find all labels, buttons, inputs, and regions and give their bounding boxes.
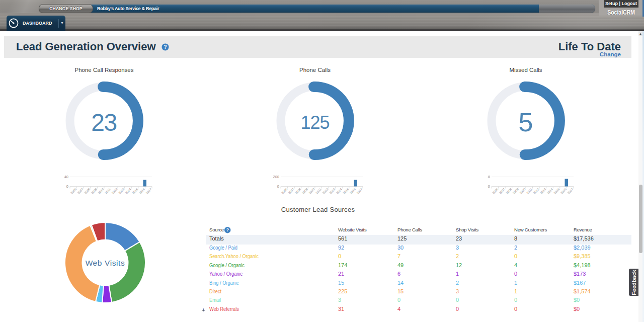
svg-text:2014: 2014 bbox=[335, 187, 343, 195]
svg-text:2007: 2007 bbox=[76, 187, 84, 195]
svg-text:2015: 2015 bbox=[342, 187, 350, 195]
svg-text:2013: 2013 bbox=[329, 187, 336, 195]
svg-text:2011: 2011 bbox=[526, 187, 533, 195]
svg-text:2012: 2012 bbox=[532, 187, 540, 195]
svg-text:2010: 2010 bbox=[308, 187, 315, 195]
svg-text:8: 8 bbox=[488, 175, 490, 179]
svg-text:2013: 2013 bbox=[539, 187, 547, 195]
svg-text:200: 200 bbox=[273, 175, 279, 179]
svg-text:?: ? bbox=[164, 44, 167, 50]
svg-text:?: ? bbox=[226, 228, 229, 233]
svg-text:0: 0 bbox=[277, 184, 279, 189]
svg-text:2014: 2014 bbox=[124, 187, 132, 195]
svg-text:2017: 2017 bbox=[356, 187, 363, 195]
svg-text:2007: 2007 bbox=[287, 187, 295, 195]
svg-text:2006: 2006 bbox=[281, 187, 288, 195]
svg-text:40: 40 bbox=[64, 175, 68, 179]
svg-text:2015: 2015 bbox=[131, 187, 138, 195]
svg-text:2010: 2010 bbox=[97, 187, 104, 195]
svg-text:2010: 2010 bbox=[519, 187, 526, 195]
svg-text:2009: 2009 bbox=[512, 187, 519, 195]
svg-text:2013: 2013 bbox=[117, 187, 125, 195]
svg-text:2011: 2011 bbox=[315, 187, 323, 195]
svg-text:2009: 2009 bbox=[301, 187, 308, 195]
svg-text:2016: 2016 bbox=[559, 187, 567, 195]
svg-text:2007: 2007 bbox=[498, 187, 506, 195]
svg-text:2012: 2012 bbox=[111, 187, 118, 195]
svg-text:2012: 2012 bbox=[321, 187, 329, 195]
svg-text:2006: 2006 bbox=[492, 187, 499, 195]
svg-text:2016: 2016 bbox=[138, 187, 145, 195]
svg-text:2015: 2015 bbox=[553, 187, 560, 195]
svg-text:2017: 2017 bbox=[567, 187, 574, 195]
svg-text:2017: 2017 bbox=[145, 187, 152, 195]
svg-text:0: 0 bbox=[66, 184, 68, 189]
svg-text:2011: 2011 bbox=[104, 187, 111, 195]
svg-text:2008: 2008 bbox=[505, 187, 513, 195]
svg-text:0: 0 bbox=[488, 184, 490, 189]
svg-text:2008: 2008 bbox=[294, 187, 302, 195]
svg-text:2016: 2016 bbox=[349, 187, 356, 195]
svg-text:2009: 2009 bbox=[90, 187, 98, 195]
svg-text:2008: 2008 bbox=[83, 187, 91, 195]
svg-text:2014: 2014 bbox=[546, 187, 553, 195]
svg-text:2006: 2006 bbox=[69, 187, 77, 195]
